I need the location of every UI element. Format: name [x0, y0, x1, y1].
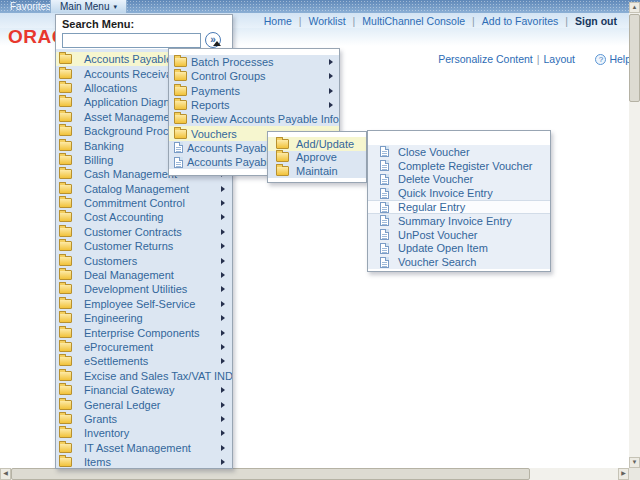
- submenu-arrow-icon: [221, 301, 225, 307]
- help-label: Help: [609, 53, 631, 65]
- menu-item[interactable]: Close Voucher: [368, 145, 550, 159]
- folder-icon: [59, 141, 72, 151]
- header-link[interactable]: |: [299, 15, 302, 27]
- document-icon: [380, 160, 389, 171]
- folder-icon: [59, 69, 72, 79]
- folder-icon: [59, 227, 72, 237]
- folder-icon: [59, 126, 72, 136]
- submenu-arrow-icon: [329, 73, 333, 79]
- horizontal-scrollbar-thumb[interactable]: [11, 468, 530, 480]
- layout-link[interactable]: Layout: [543, 53, 575, 65]
- scroll-down-arrow-icon[interactable]: ▼: [629, 457, 640, 468]
- menu-item[interactable]: Reports: [169, 98, 339, 112]
- menu-item[interactable]: eProcurement: [56, 340, 232, 354]
- menu-item[interactable]: Deal Management: [56, 268, 232, 282]
- folder-icon: [276, 166, 289, 176]
- document-icon: [380, 174, 389, 185]
- header-link[interactable]: |: [565, 15, 568, 27]
- menu-item[interactable]: IT Asset Management: [56, 441, 232, 455]
- folder-icon: [174, 57, 187, 67]
- folder-icon: [59, 198, 72, 208]
- submenu-arrow-icon: [221, 315, 225, 321]
- submenu-arrow-icon: [221, 416, 225, 422]
- header-links: Home|Worklist|MultiChannel Console|Add t…: [264, 15, 575, 27]
- document-icon: [380, 215, 389, 226]
- folder-icon: [174, 100, 187, 110]
- menu-item[interactable]: Approve: [268, 151, 366, 165]
- personalize-content-link[interactable]: Personalize Content: [438, 53, 533, 65]
- scroll-right-arrow-icon[interactable]: ▶: [618, 468, 629, 480]
- help-link[interactable]: ? Help: [595, 53, 631, 65]
- menu-item[interactable]: Summary Invoice Entry: [368, 214, 550, 228]
- menu-item[interactable]: Development Utilities: [56, 282, 232, 296]
- header-link[interactable]: Worklist: [308, 15, 345, 27]
- menu-item[interactable]: Maintain: [268, 164, 366, 178]
- menu-item[interactable]: Employee Self-Service: [56, 297, 232, 311]
- menu-item[interactable]: Customer Contracts: [56, 225, 232, 239]
- menu-item[interactable]: Complete Register Voucher: [368, 159, 550, 173]
- header-link[interactable]: Add to Favorites: [482, 15, 558, 27]
- menu-item[interactable]: UnPost Voucher: [368, 228, 550, 242]
- menu-item[interactable]: Batch Processes: [169, 55, 339, 69]
- menu-item[interactable]: Inventory: [56, 426, 232, 440]
- menu-item[interactable]: Quick Invoice Entry: [368, 186, 550, 200]
- submenu-arrow-icon: [221, 402, 225, 408]
- folder-icon: [59, 443, 72, 453]
- menu-item[interactable]: Add/Update: [268, 137, 366, 151]
- main-menu-tab[interactable]: Main Menu ▾: [50, 0, 127, 13]
- collapse-menu-arrow-icon[interactable]: [213, 41, 221, 46]
- header-link[interactable]: MultiChannel Console: [362, 15, 465, 27]
- personalize-row: Personalize Content|Layout: [438, 53, 575, 65]
- folder-icon: [59, 270, 72, 280]
- folder-icon: [59, 169, 72, 179]
- scroll-up-arrow-icon[interactable]: ▲: [629, 2, 640, 13]
- header-link[interactable]: |: [353, 15, 356, 27]
- folder-icon: [59, 457, 72, 467]
- vertical-scrollbar[interactable]: ▲ ▼: [629, 2, 640, 468]
- menu-item[interactable]: Financial Gateway: [56, 383, 232, 397]
- menu-item[interactable]: Grants: [56, 412, 232, 426]
- favorites-label: Favorites: [10, 1, 51, 12]
- scroll-left-arrow-icon[interactable]: ◀: [0, 468, 11, 480]
- menu-item[interactable]: Excise and Sales Tax/VAT IND: [56, 369, 232, 383]
- submenu-arrow-icon: [221, 243, 225, 249]
- menu-item[interactable]: Enterprise Components: [56, 325, 232, 339]
- menu-item[interactable]: Review Accounts Payable Info: [169, 112, 339, 126]
- submenu-arrow-icon: [221, 229, 225, 235]
- folder-icon: [174, 129, 187, 139]
- menu-item[interactable]: Catalog Management: [56, 182, 232, 196]
- menu-item[interactable]: Engineering: [56, 311, 232, 325]
- submenu-arrow-icon: [221, 330, 225, 336]
- menu-item[interactable]: Regular Entry: [368, 200, 550, 214]
- menu-item[interactable]: Payments: [169, 84, 339, 98]
- menu-item[interactable]: Delete Voucher: [368, 173, 550, 187]
- scrollbar-corner: [629, 468, 640, 480]
- folder-icon: [59, 371, 72, 381]
- help-question-icon: ?: [595, 54, 606, 65]
- folder-icon: [174, 114, 187, 124]
- document-icon: [380, 243, 389, 254]
- folder-icon: [59, 97, 72, 107]
- sign-out-link[interactable]: Sign out: [575, 15, 617, 27]
- menu-item[interactable]: eSettlements: [56, 354, 232, 368]
- document-icon: [174, 157, 183, 168]
- menu-item[interactable]: Commitment Control: [56, 196, 232, 210]
- chevron-down-icon: ▾: [113, 3, 117, 10]
- header-link[interactable]: Home: [264, 15, 292, 27]
- menu-item[interactable]: Cost Accounting: [56, 210, 232, 224]
- menu-item[interactable]: Update Open Item: [368, 242, 550, 256]
- folder-icon: [59, 313, 72, 323]
- folder-icon: [59, 342, 72, 352]
- horizontal-scrollbar[interactable]: ◀ ▶: [0, 468, 629, 480]
- vertical-scrollbar-thumb[interactable]: [629, 14, 640, 102]
- menu-item[interactable]: Customers: [56, 253, 232, 267]
- menu-item[interactable]: Items: [56, 455, 232, 469]
- menu-item[interactable]: Customer Returns: [56, 239, 232, 253]
- menu-item[interactable]: Voucher Search: [368, 255, 550, 269]
- folder-icon: [59, 385, 72, 395]
- menu-item[interactable]: General Ledger: [56, 397, 232, 411]
- top-navigation-bar: Favorites ▾ Main Menu ▾: [0, 0, 640, 13]
- header-link[interactable]: |: [472, 15, 475, 27]
- search-input[interactable]: [62, 33, 201, 48]
- menu-item[interactable]: Control Groups: [169, 69, 339, 83]
